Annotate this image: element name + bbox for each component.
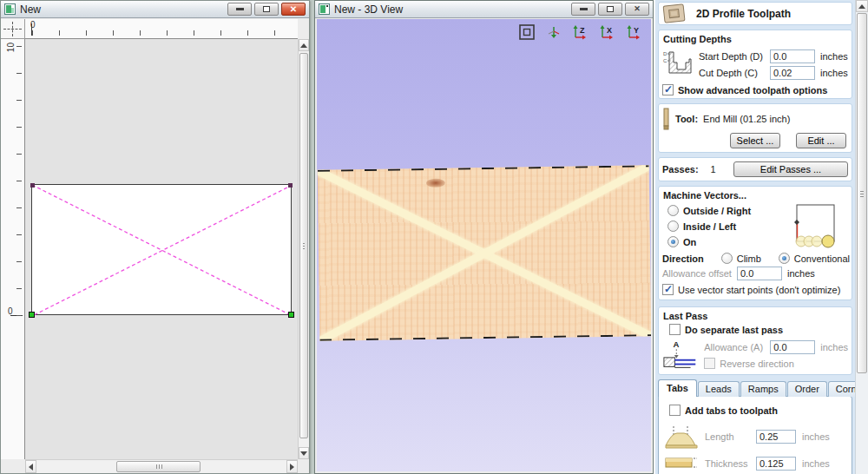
wood-knot [426,179,445,188]
allowance-offset-input[interactable] [737,267,782,280]
vector-node-top-left[interactable] [30,183,35,188]
view-along-z-icon[interactable]: Z [571,23,590,42]
tool-edit-button[interactable]: Edit ... [796,133,846,148]
allowance-offset-label: Allowance offset [662,268,732,279]
viewport-3d[interactable]: Z X Y [317,19,651,471]
start-depth-label: Start Depth (D) [699,51,765,62]
advanced-options-checkbox[interactable] [662,84,674,95]
minimize-button-2d[interactable] [227,3,252,16]
hscroll-thumb[interactable] [116,461,201,472]
scroll-right-button[interactable] [286,460,298,473]
panel-scrollbar[interactable] [855,0,868,474]
selection-handle-bottom-left[interactable] [29,312,35,318]
direction-label: Direction [662,253,704,264]
scroll-down-button[interactable] [299,447,309,459]
svg-text:A: A [673,339,679,349]
panel-title: 2D Profile Toolpath [696,8,791,20]
allowance-offset-units: inches [787,268,815,279]
inside-left-radio[interactable] [667,221,679,232]
minimize-button-3d[interactable] [571,3,595,16]
view-along-y-icon[interactable]: Y [625,23,644,42]
cut-depth-units: inches [820,68,848,78]
last-pass-allowance-label: Allowance (A) [704,342,765,352]
hruler-zero-label: 0 [30,20,36,30]
view-along-x-icon[interactable]: X [598,23,617,42]
tool-name: End Mill (01.25 inch) [703,114,790,124]
climb-radio[interactable] [721,253,733,264]
scroll-up-button[interactable] [299,39,309,51]
options-tabbar: Tabs Leads Ramps Order Corners [658,379,852,397]
toolpath-settings-panel: 2D Profile Toolpath Cutting Depths D C S… [654,0,855,474]
scroll-left-button[interactable] [25,460,36,473]
last-pass-group: Last Pass Do separate last pass A Al [658,306,852,375]
add-tabs-label: Add tabs to toolpath [685,405,778,416]
separate-last-pass-checkbox[interactable] [669,324,681,335]
svg-text:D: D [663,51,667,56]
tab-tabs[interactable]: Tabs [658,379,697,397]
tab-ramps[interactable]: Ramps [740,381,786,397]
profile-toolpath-icon [662,3,687,24]
vruler-zero-label: 0 [8,306,13,316]
isometric-view-icon[interactable] [517,23,536,42]
vector-node-top-right[interactable] [288,183,293,188]
cut-depth-input[interactable] [770,66,815,80]
panel-header: 2D Profile Toolpath [658,2,852,25]
hscrollbar-2d[interactable] [25,459,298,473]
close-button-2d[interactable]: ✕ [281,3,306,16]
toolpath-edge-top [318,165,649,171]
start-depth-input[interactable] [770,49,815,63]
edit-passes-button[interactable]: Edit Passes ... [733,161,848,177]
design-canvas-2d[interactable] [25,39,298,459]
add-tabs-checkbox[interactable] [669,405,681,416]
conventional-radio[interactable] [779,253,790,264]
vector-start-points-checkbox[interactable] [662,284,674,295]
restore-button-2d[interactable] [254,3,279,16]
tab-length-label: Length [705,431,750,442]
machine-vectors-diagram [789,203,838,248]
advanced-options-label: Show advanced toolpath options [678,85,827,95]
vscrollbar-2d[interactable] [298,39,309,459]
passes-value: 1 [711,164,716,174]
tab-leads[interactable]: Leads [698,381,740,397]
material-rectangle-vector[interactable] [31,184,292,315]
passes-label: Passes: [662,164,699,174]
panel-scroll-up-button[interactable] [856,0,868,12]
vector-start-points-label: Use vector start points (don't optimize) [678,285,840,295]
on-radio[interactable] [667,236,679,247]
titlebar-3d[interactable]: New - 3D View ✕ [315,1,653,18]
reverse-direction-label: Reverse direction [720,359,794,369]
restore-button-3d[interactable] [598,3,622,16]
tool-label: Tool: [675,114,698,124]
outside-right-radio[interactable] [667,205,679,216]
vscroll-thumb[interactable] [299,53,308,438]
tab-thickness-input[interactable] [756,457,796,471]
cutting-depths-heading: Cutting Depths [663,34,848,44]
panel-scroll-thumb[interactable] [857,13,867,373]
machine-vectors-heading: Machine Vectors... [663,190,848,201]
material-board-3d[interactable] [318,165,651,340]
tab-length-icon [664,425,699,449]
tab-thickness-label: Thickness [705,458,750,469]
ruler-origin-corner [1,19,25,39]
close-button-3d[interactable]: ✕ [625,3,649,16]
cutting-depths-icon: D C [662,47,694,80]
tab-order[interactable]: Order [787,381,827,397]
titlebar-2d[interactable]: New ✕ [1,1,309,18]
reverse-direction-checkbox[interactable] [704,358,715,369]
toolpath-edge-bottom [319,334,651,340]
window-title-3d: New - 3D View [334,3,403,16]
tab-thickness-units: inches [802,458,830,469]
separate-last-pass-label: Do separate last pass [685,325,783,335]
selection-handle-bottom-right[interactable] [288,312,294,318]
selected-diagonal-vectors[interactable] [32,185,293,316]
window-2d-view: New ✕ 0 10 0 [0,0,310,474]
perspective-down-view-icon[interactable] [544,23,563,42]
conventional-label: Conventional [794,253,850,264]
tool-select-button[interactable]: Select ... [730,133,780,148]
tab-corners[interactable]: Corners [828,381,855,397]
tab-length-input[interactable] [756,430,796,444]
last-pass-allowance-input[interactable] [770,340,815,354]
view-orientation-toolbar: Z X Y [517,23,644,42]
document-icon [4,3,16,15]
outside-right-label: Outside / Right [683,206,751,216]
